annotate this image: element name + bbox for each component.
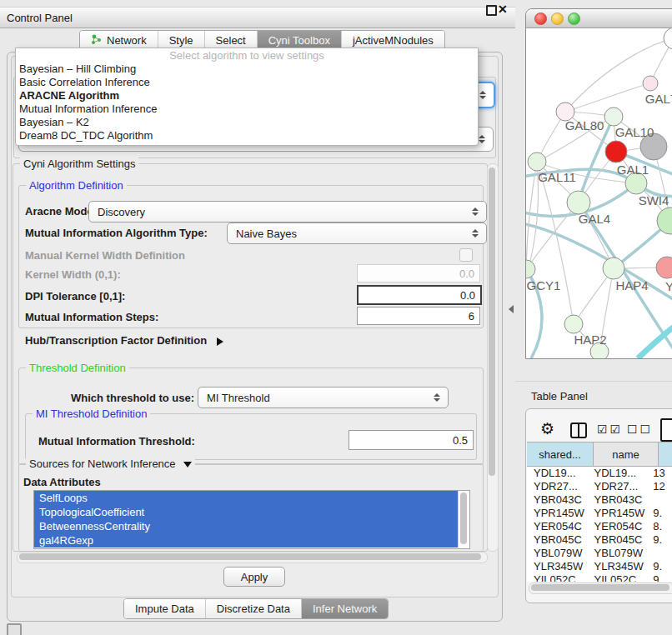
hub-definition-expander[interactable]: Hub/Transcription Factor Definition — [25, 334, 223, 347]
apply-button[interactable]: Apply — [223, 567, 285, 587]
popup-item-basic-correlation[interactable]: Basic Correlation Inference — [16, 76, 478, 89]
scrollbar-thumb[interactable] — [489, 168, 495, 476]
table-cell[interactable]: 9. — [646, 573, 672, 582]
mi-type-combobox[interactable]: Naive Bayes — [227, 222, 487, 244]
table-cell[interactable]: YBR043C — [588, 493, 647, 507]
table-horizontal-scrollbar[interactable] — [529, 582, 672, 594]
network-node-hap2[interactable] — [564, 315, 583, 333]
table-cell[interactable]: YLR345W — [527, 560, 588, 573]
list-item[interactable]: gal4RGexp — [34, 533, 463, 548]
manual-kernel-checkbox[interactable] — [459, 248, 473, 262]
scrollbar-thumb[interactable] — [460, 492, 467, 544]
list-item[interactable]: TopologicalCoefficient — [34, 505, 463, 519]
checked-boxes-icon[interactable]: ☑☑ — [597, 422, 623, 436]
minimize-button[interactable] — [551, 12, 564, 25]
document-icon[interactable] — [660, 418, 672, 442]
table-cell[interactable]: YDR27... — [527, 480, 588, 493]
column-header-shared-name[interactable]: shared... — [527, 442, 594, 466]
network-edge[interactable] — [526, 202, 579, 269]
table-cell[interactable]: 9. — [646, 507, 672, 520]
network-node-gcy1[interactable] — [526, 260, 535, 278]
popup-item-dream8[interactable]: Dream8 DC_TDC Algorithm — [16, 129, 478, 142]
popup-item-bayesian-k2[interactable]: Bayesian – K2 — [16, 116, 478, 129]
table-row[interactable]: YER054CYER054C8. — [527, 520, 672, 533]
sources-group-title[interactable]: Sources for Network Inference — [26, 458, 195, 470]
table-row[interactable]: YLR345WYLR345W9. — [527, 560, 672, 573]
table-row[interactable]: YIL052CYIL052C9. — [527, 573, 672, 582]
network-node-gal4[interactable] — [567, 191, 590, 214]
table-cell[interactable]: YDL19... — [527, 467, 588, 480]
split-columns-icon[interactable] — [570, 422, 587, 438]
table-cell[interactable]: YIL052C — [527, 573, 588, 582]
table-row[interactable]: YPR145WYPR145W9. — [527, 507, 672, 520]
network-canvas[interactable]: GAL7GAL80GAL10GAL1GAL11SWI4GAL4GCY1HAP4Y… — [526, 28, 672, 358]
table-cell[interactable]: 8. — [646, 520, 672, 533]
list-item[interactable]: BetweennessCentrality — [34, 519, 463, 533]
network-node[interactable] — [664, 28, 672, 49]
table-cell[interactable]: YDL19... — [588, 467, 647, 480]
table-row[interactable]: YDR27...YDR27...12 — [527, 480, 672, 493]
network-node-hap4[interactable] — [603, 258, 624, 279]
popup-item-bayesian-hill-climbing[interactable]: Bayesian – Hill Climbing — [16, 62, 478, 76]
table-cell[interactable]: YDR27... — [588, 480, 647, 493]
table-cell[interactable]: 9. — [646, 533, 672, 547]
table-row[interactable]: YDL19...YDL19...13 — [527, 467, 672, 480]
tab-impute-data[interactable]: Impute Data — [124, 599, 205, 618]
network-node-label: GAL80 — [565, 118, 604, 132]
network-node-gal1[interactable] — [605, 141, 627, 162]
settings-horizontal-scrollbar[interactable] — [17, 552, 488, 563]
float-window-icon[interactable] — [486, 5, 497, 16]
popup-item-aracne[interactable]: ARACNE Algorithm — [16, 89, 478, 102]
algorithm-dropdown-popup: Select algorithm to view settings Bayesi… — [15, 48, 479, 146]
mi-steps-field[interactable]: 6 — [357, 307, 480, 325]
network-node-gal10[interactable] — [604, 108, 623, 126]
table-row[interactable]: YBR045CYBR045C9. — [527, 533, 672, 547]
network-edge[interactable] — [537, 162, 574, 324]
table-cell[interactable]: YBL079W — [588, 547, 647, 560]
table-cell[interactable]: YIL052C — [588, 573, 647, 582]
dpi-tolerance-field[interactable]: 0.0 — [357, 285, 482, 305]
network-window-titlebar — [526, 9, 672, 28]
gear-icon[interactable]: ⚙ — [540, 419, 554, 438]
tab-infer-network[interactable]: Infer Network — [301, 599, 388, 618]
kernel-width-field[interactable]: 0.0 — [357, 264, 480, 282]
popup-item-mutual-information[interactable]: Mutual Information Inference — [16, 102, 478, 116]
which-threshold-combobox[interactable]: MI Threshold — [198, 387, 449, 408]
scrollbar-thumb[interactable] — [531, 584, 669, 591]
table-cell[interactable]: 9. — [646, 560, 672, 573]
network-node-gal11[interactable] — [528, 152, 546, 171]
close-button[interactable] — [534, 12, 547, 25]
list-item[interactable]: SelfLoops — [34, 491, 463, 505]
table-cell[interactable]: YPR145W — [527, 507, 588, 520]
table-cell[interactable]: YBR045C — [588, 533, 647, 547]
table-cell[interactable]: YER054C — [527, 520, 588, 533]
table-row[interactable]: YBR043CYBR043C — [527, 493, 672, 507]
unchecked-boxes-icon[interactable]: ☐☐ — [627, 422, 653, 436]
table-cell[interactable]: YBR045C — [527, 533, 588, 547]
zoom-button[interactable] — [568, 12, 580, 25]
table-cell[interactable]: YBL079W — [527, 547, 588, 560]
column-header-name[interactable]: name — [594, 442, 659, 466]
table-cell[interactable]: YPR145W — [588, 507, 647, 520]
minimized-panel-icon[interactable] — [7, 623, 22, 635]
table-cell[interactable] — [646, 547, 672, 560]
network-node-y[interactable] — [656, 257, 672, 278]
mi-threshold-field[interactable]: 0.5 — [349, 430, 474, 450]
scrollbar-thumb[interactable] — [19, 553, 481, 560]
table-cell[interactable]: YLR345W — [588, 560, 647, 573]
table-cell[interactable] — [646, 493, 672, 507]
list-vertical-scrollbar[interactable] — [458, 491, 469, 548]
table-cell[interactable]: YBR043C — [527, 493, 588, 507]
tab-label: Style — [169, 34, 193, 47]
table-row[interactable]: YBL079WYBL079W — [527, 547, 672, 560]
table-cell[interactable]: YER054C — [588, 520, 647, 533]
tab-discretize-data[interactable]: Discretize Data — [205, 599, 301, 618]
network-node-gal7[interactable] — [643, 76, 658, 91]
table-cell[interactable]: 13 — [646, 467, 672, 480]
aracne-mode-combobox[interactable]: Discovery — [88, 201, 487, 222]
panel-collapse-arrow-icon[interactable] — [509, 305, 514, 313]
close-icon[interactable]: ✕ — [498, 2, 508, 16]
column-header-partial[interactable] — [659, 442, 672, 466]
settings-vertical-scrollbar[interactable] — [487, 163, 499, 552]
table-cell[interactable]: 12 — [646, 480, 672, 493]
